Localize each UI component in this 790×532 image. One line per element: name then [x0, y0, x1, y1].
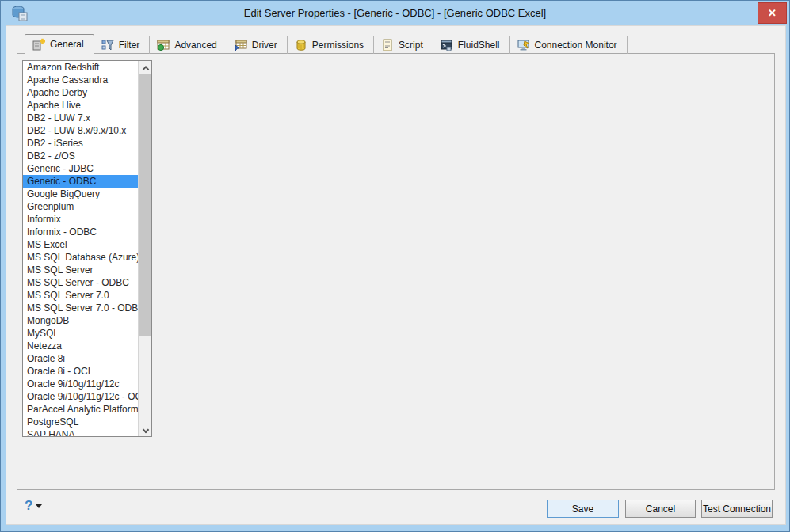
tab-label: FluidShell: [458, 40, 500, 51]
list-item[interactable]: Oracle 8i - OCI: [23, 365, 138, 378]
tab-label: Permissions: [312, 40, 364, 51]
list-item[interactable]: MySQL: [23, 327, 138, 340]
help-menu[interactable]: ?: [25, 499, 42, 513]
tab-label: Script: [399, 40, 423, 51]
list-item[interactable]: DB2 - iSeries: [23, 137, 138, 150]
list-item[interactable]: Apache Derby: [23, 86, 138, 99]
tab-label: Driver: [252, 40, 277, 51]
tab-script[interactable]: Script: [374, 36, 433, 54]
chevron-down-icon: [142, 426, 148, 432]
list-item[interactable]: MS SQL Server 7.0 - ODBC: [23, 302, 138, 314]
list-item[interactable]: MongoDB: [23, 314, 138, 327]
window-title: Edit Server Properties - [Generic - ODBC…: [1, 7, 789, 19]
table-green-dot-icon: [157, 39, 170, 51]
list-item[interactable]: Oracle 9i/10g/11g/12c - OCI: [23, 390, 138, 403]
list-item[interactable]: PostgreSQL: [23, 416, 138, 428]
list-item[interactable]: Generic - JDBC: [23, 162, 138, 175]
list-item[interactable]: MS SQL Server 7.0: [23, 289, 138, 302]
list-item[interactable]: SAP HANA: [23, 428, 138, 436]
tab-label: Filter: [119, 40, 140, 51]
list-item[interactable]: Oracle 9i/10g/11g/12c: [23, 378, 138, 390]
server-type-list: Amazon RedshiftApache CassandraApache De…: [23, 61, 138, 436]
list-item[interactable]: MS SQL Server: [23, 264, 138, 276]
tab-filter[interactable]: Filter: [94, 36, 151, 54]
tab-permissions[interactable]: Permissions: [288, 36, 374, 54]
cancel-button[interactable]: Cancel: [625, 500, 696, 518]
help-icon: ?: [25, 499, 32, 513]
list-item[interactable]: Apache Hive: [23, 99, 138, 112]
table-hand-icon: [235, 39, 247, 51]
list-item[interactable]: MS Excel: [23, 238, 138, 251]
list-item[interactable]: Generic - ODBC: [23, 175, 138, 188]
tab-advanced[interactable]: Advanced: [150, 36, 227, 54]
list-item[interactable]: Netezza: [23, 340, 138, 352]
tab-label: General: [50, 39, 84, 50]
list-item[interactable]: Oracle 8i: [23, 352, 138, 365]
tab-driver[interactable]: Driver: [227, 36, 288, 54]
server-add-icon: [32, 38, 45, 51]
document-icon: [381, 39, 394, 51]
chevron-up-icon: [142, 66, 148, 72]
scroll-down-button[interactable]: [139, 423, 152, 436]
tab-label: Connection Monitor: [535, 40, 617, 51]
list-item[interactable]: MS SQL Server - ODBC: [23, 276, 138, 289]
list-item[interactable]: Informix - ODBC: [23, 226, 138, 238]
close-button[interactable]: ✕: [758, 2, 787, 24]
titlebar[interactable]: Edit Server Properties - [Generic - ODBC…: [1, 1, 789, 25]
tab-bar: General Filter Advanced: [25, 33, 628, 54]
server-type-listbox: Amazon RedshiftApache CassandraApache De…: [22, 60, 152, 437]
tab-label: Advanced: [174, 40, 216, 51]
edit-server-properties-dialog: Edit Server Properties - [Generic - ODBC…: [0, 0, 790, 532]
yellow-cylinder-icon: [295, 39, 307, 51]
list-item[interactable]: Amazon Redshift: [23, 61, 138, 74]
list-item[interactable]: Informix: [23, 213, 138, 226]
tab-fluidshell[interactable]: FluidShell: [433, 36, 510, 54]
list-scrollbar[interactable]: [138, 61, 151, 436]
scrollbar-thumb[interactable]: [139, 74, 151, 336]
list-item[interactable]: MS SQL Database (Azure): [23, 251, 138, 264]
filter-icon: [101, 39, 114, 51]
dropdown-arrow-icon: [36, 504, 42, 508]
list-item[interactable]: DB2 - z/OS: [23, 150, 138, 162]
scroll-up-button[interactable]: [139, 61, 152, 74]
list-item[interactable]: DB2 - LUW 8.x/9.x/10.x: [23, 124, 138, 137]
list-item[interactable]: DB2 - LUW 7.x: [23, 112, 138, 124]
tab-connection-monitor[interactable]: Connection Monitor: [510, 36, 628, 54]
list-item[interactable]: Apache Cassandra: [23, 74, 138, 86]
list-item[interactable]: Greenplum: [23, 200, 138, 213]
tab-general[interactable]: General: [25, 34, 94, 55]
test-connection-button[interactable]: Test Connection: [701, 500, 773, 518]
list-item[interactable]: Google BigQuery: [23, 188, 138, 200]
list-item[interactable]: ParAccel Analytic Platform: [23, 403, 138, 416]
monitor-icon: [517, 39, 530, 51]
terminal-icon: [441, 39, 453, 51]
save-button[interactable]: Save: [547, 500, 619, 518]
